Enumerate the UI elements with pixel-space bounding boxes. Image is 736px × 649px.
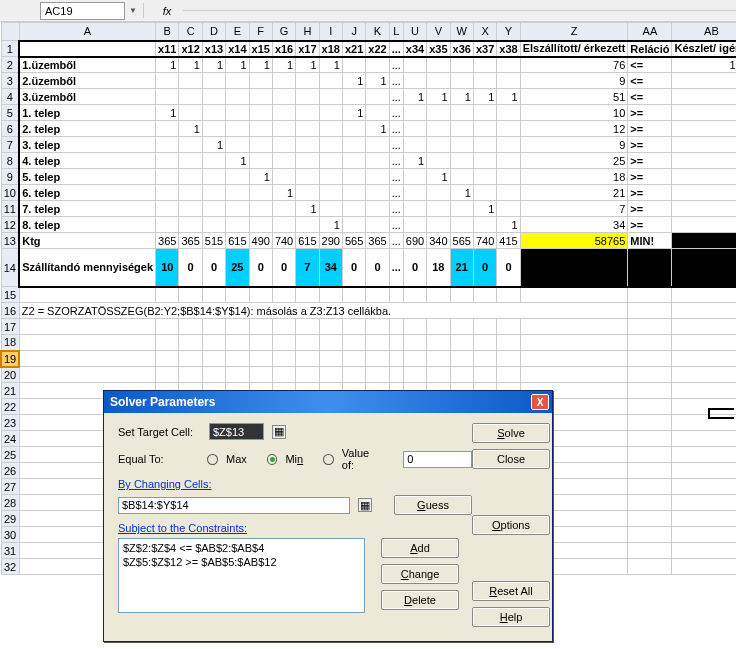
cell[interactable]: 60 (672, 89, 736, 105)
cell[interactable]: 21 (672, 185, 736, 201)
cell[interactable]: 1 (319, 57, 342, 73)
cell[interactable] (403, 57, 426, 73)
cell[interactable]: 1 (450, 89, 473, 105)
cell[interactable]: <= (628, 89, 672, 105)
row-header[interactable]: 26 (1, 463, 19, 479)
cell[interactable]: 25 (520, 153, 628, 169)
cell[interactable] (226, 201, 249, 217)
cell[interactable] (427, 105, 450, 121)
cell[interactable] (342, 217, 365, 233)
cell[interactable]: 10 (520, 105, 628, 121)
qty-cell[interactable]: 10 (156, 249, 179, 287)
row-label[interactable]: 2.üzemből (19, 73, 155, 89)
cell[interactable]: 290 (319, 233, 342, 249)
cell[interactable] (473, 73, 496, 89)
column-header[interactable]: K (366, 23, 389, 41)
change-button[interactable]: Change (381, 564, 459, 584)
row-header[interactable]: 17 (1, 319, 19, 335)
column-header[interactable]: AA (628, 23, 672, 41)
cell[interactable] (427, 201, 450, 217)
row-header[interactable]: 30 (1, 527, 19, 543)
cell[interactable] (342, 89, 365, 105)
cell[interactable] (226, 73, 249, 89)
cell[interactable] (403, 137, 426, 153)
cell[interactable] (403, 105, 426, 121)
cell[interactable]: ... (389, 169, 403, 185)
cell[interactable]: <= (628, 73, 672, 89)
fx-icon[interactable]: fx (157, 2, 177, 20)
cell[interactable]: >= (628, 169, 672, 185)
column-header[interactable]: AB (672, 23, 736, 41)
row-label[interactable]: 1. telep (19, 105, 155, 121)
cell[interactable] (226, 137, 249, 153)
cell[interactable] (226, 185, 249, 201)
cell[interactable] (296, 137, 319, 153)
cell[interactable] (249, 121, 272, 137)
cell[interactable] (450, 169, 473, 185)
cell[interactable] (156, 185, 179, 201)
row-header[interactable]: 16 (1, 303, 19, 319)
cell[interactable]: 1 (342, 105, 365, 121)
column-header[interactable]: I (319, 23, 342, 41)
range-picker-icon[interactable]: ▦ (272, 425, 286, 439)
cell[interactable] (249, 201, 272, 217)
cell[interactable]: 1 (179, 121, 202, 137)
cell[interactable]: 9 (520, 73, 628, 89)
cell[interactable] (272, 169, 295, 185)
cell[interactable] (366, 89, 389, 105)
cell[interactable]: >= (628, 185, 672, 201)
cell[interactable]: 1 (319, 217, 342, 233)
cell[interactable] (179, 153, 202, 169)
qty-cell[interactable]: 34 (319, 249, 342, 287)
solve-button[interactable]: Solve (472, 423, 550, 443)
row-label[interactable]: 7. telep (19, 201, 155, 217)
cell[interactable]: 1 (249, 169, 272, 185)
cell[interactable] (403, 185, 426, 201)
cell[interactable] (497, 73, 520, 89)
row-header[interactable]: 12 (1, 217, 19, 233)
cell[interactable]: 100 (672, 57, 736, 73)
cell[interactable]: 1 (249, 57, 272, 73)
cell[interactable]: 1 (403, 89, 426, 105)
cell[interactable]: 70 (672, 73, 736, 89)
cell[interactable]: >= (628, 153, 672, 169)
cell[interactable] (427, 73, 450, 89)
delete-button[interactable]: Delete (381, 590, 459, 610)
column-header[interactable]: V (427, 23, 450, 41)
cell[interactable] (226, 169, 249, 185)
cell[interactable]: 1 (427, 169, 450, 185)
cell[interactable] (366, 57, 389, 73)
cell[interactable] (473, 153, 496, 169)
cell[interactable] (497, 153, 520, 169)
qty-cell[interactable]: 0 (202, 249, 225, 287)
cell[interactable]: 1 (473, 201, 496, 217)
cell[interactable] (202, 217, 225, 233)
cell[interactable] (179, 169, 202, 185)
cell[interactable]: 615 (296, 233, 319, 249)
column-header[interactable]: X (473, 23, 496, 41)
qty-cell[interactable]: 0 (366, 249, 389, 287)
cell[interactable] (450, 105, 473, 121)
cell[interactable] (403, 121, 426, 137)
cell[interactable]: 1 (179, 57, 202, 73)
row-label[interactable]: 2. telep (19, 121, 155, 137)
column-header[interactable] (1, 23, 19, 41)
cell[interactable] (156, 73, 179, 89)
cell[interactable]: ... (389, 89, 403, 105)
cell[interactable] (296, 217, 319, 233)
column-header[interactable]: B (156, 23, 179, 41)
row-header[interactable]: 1 (1, 41, 19, 57)
qty-cell[interactable]: 25 (226, 249, 249, 287)
cell[interactable] (342, 57, 365, 73)
cell[interactable] (497, 121, 520, 137)
column-header[interactable]: D (202, 23, 225, 41)
cell[interactable] (473, 57, 496, 73)
cell[interactable] (319, 73, 342, 89)
cell[interactable]: 7 (520, 201, 628, 217)
row-header[interactable]: 20 (1, 367, 19, 383)
cell[interactable]: <= (628, 57, 672, 73)
column-header[interactable]: H (296, 23, 319, 41)
constraint-item[interactable]: $Z$5:$Z$12 >= $AB$5:$AB$12 (123, 555, 360, 569)
cell[interactable] (319, 121, 342, 137)
cell[interactable] (272, 153, 295, 169)
